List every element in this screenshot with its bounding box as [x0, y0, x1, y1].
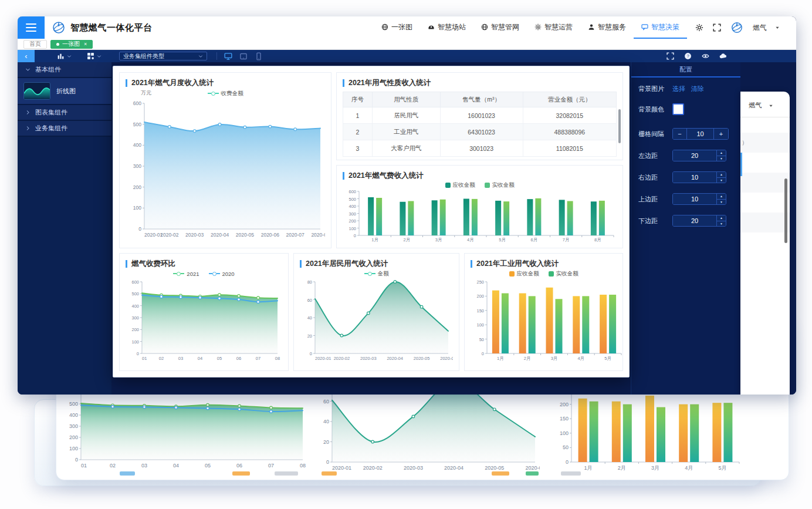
nav-item-智慧服务[interactable]: 智慧服务	[580, 16, 634, 39]
svg-text:2020-05: 2020-05	[236, 232, 254, 238]
nav-item-智慧场站[interactable]: 智慧场站	[420, 16, 473, 39]
table-scrollbar[interactable]	[618, 109, 621, 143]
tab-one-map[interactable]: 一张图 ×	[50, 40, 93, 49]
background-gas-dropdown[interactable]: 燃气	[740, 92, 790, 110]
spinner-up-icon[interactable]: ▲	[717, 194, 726, 200]
legend-ring-marker-icon	[173, 272, 184, 276]
legend-label: 金额	[378, 270, 389, 278]
nav-item-一张图[interactable]: 一张图	[374, 16, 420, 39]
svg-text:3月: 3月	[551, 356, 558, 361]
tab-close-icon[interactable]: ×	[84, 41, 87, 47]
legend-item-应收金额[interactable]: 应收金额	[445, 181, 475, 189]
component-type-select[interactable]: 业务集组件类型	[119, 52, 207, 60]
decrement-button[interactable]: −	[673, 129, 687, 139]
desktop-preview-icon[interactable]	[224, 52, 232, 60]
globe-icon	[381, 23, 388, 31]
table-header-cell: 用气性质	[372, 92, 440, 107]
legend-item-实收金额[interactable]: 实收金额	[549, 270, 578, 278]
number-value[interactable]: 10	[673, 172, 716, 183]
collapse-sidebar-button[interactable]: ‹	[18, 50, 35, 62]
svg-text:600: 600	[131, 279, 139, 285]
svg-text:2020-06: 2020-06	[261, 232, 279, 238]
nav-item-label: 智慧决策	[651, 22, 679, 32]
nav-item-智慧运营[interactable]: 智慧运营	[527, 16, 580, 39]
active-dot-icon	[56, 43, 59, 46]
spinner-down-icon[interactable]: ▼	[717, 200, 726, 205]
hamburger-menu-button[interactable]	[18, 16, 45, 39]
spinner-down-icon[interactable]: ▼	[717, 221, 726, 227]
grid-gap-value[interactable]: 10	[687, 129, 714, 139]
legend-item-实收金额[interactable]: 实收金额	[485, 181, 515, 189]
spinner-arrows: ▲▼	[716, 194, 726, 204]
spinner-up-icon[interactable]: ▲	[717, 172, 726, 178]
gas-dropdown[interactable]: 燃气	[753, 23, 780, 33]
legend-item-金额[interactable]: 金额	[364, 270, 389, 278]
number-input-右边距[interactable]: 10▲▼	[672, 171, 726, 183]
background-color-swatch[interactable]	[672, 103, 684, 115]
svg-text:3月: 3月	[435, 237, 442, 242]
tab-home[interactable]: 首页	[23, 40, 47, 49]
widget-components-dropdown[interactable]	[87, 52, 102, 60]
cutoff-legend-fragment	[526, 471, 539, 476]
sidebar-section-业务集组件[interactable]: 业务集组件	[18, 121, 111, 137]
scrollbar[interactable]	[784, 178, 787, 243]
chart-title: 燃气收费环比	[131, 259, 175, 269]
legend-item-应收金额[interactable]: 应收金额	[509, 270, 539, 278]
nav-item-智慧决策[interactable]: 智慧决策	[634, 16, 687, 39]
increment-button[interactable]: +	[714, 129, 728, 139]
area-chart-monthly-income: 01002003004005006002020-012020-022020-03…	[126, 99, 325, 238]
choose-link[interactable]: 选择	[672, 85, 685, 93]
tablet-preview-icon[interactable]	[239, 52, 248, 60]
legend-marker-part	[181, 273, 184, 274]
number-input-左边距[interactable]: 20▲▼	[672, 150, 726, 161]
chart-title: 2021年燃气月度收入统计	[131, 78, 214, 88]
spinner-up-icon[interactable]: ▲	[717, 150, 726, 156]
svg-text:500: 500	[349, 197, 356, 202]
spinner-down-icon[interactable]: ▼	[717, 178, 726, 183]
svg-text:200: 200	[560, 402, 569, 407]
number-input-下边距[interactable]: 20▲▼	[672, 215, 726, 227]
chart-components-dropdown[interactable]	[57, 52, 72, 60]
sidebar-section-图表集组件[interactable]: 图表集组件	[18, 105, 111, 121]
svg-text:7月: 7月	[563, 237, 570, 242]
chart-title: 2021年用气性质收入统计	[349, 78, 431, 88]
svg-text:300: 300	[349, 211, 356, 217]
nav-item-智慧管网[interactable]: 智慧管网	[473, 16, 527, 39]
number-value[interactable]: 20	[673, 215, 716, 226]
fullscreen-icon[interactable]	[666, 52, 674, 60]
legend-item-收费金额[interactable]: 收费金额	[208, 90, 243, 97]
save-cloud-icon[interactable]	[719, 52, 727, 60]
preview-eye-icon[interactable]	[702, 52, 709, 60]
spinner-arrows: ▲▼	[716, 215, 726, 226]
number-input-上边距[interactable]: 10▲▼	[672, 193, 726, 205]
table-row: 1居民用气1600102332082015	[343, 107, 617, 124]
chevron-down-icon	[769, 103, 773, 108]
phone-preview-icon[interactable]	[255, 52, 263, 60]
field-label: 栅格间隔	[638, 130, 672, 139]
line-chart-thumbnail-icon	[23, 82, 50, 100]
legend-item-2020[interactable]: 2020	[209, 271, 235, 277]
clear-link[interactable]: 清除	[691, 85, 704, 93]
svg-text:2020-05: 2020-05	[485, 465, 504, 471]
device-preview-switch	[224, 52, 263, 60]
number-value[interactable]: 10	[673, 194, 716, 204]
settings-gear-icon[interactable]	[695, 23, 703, 32]
sidebar-section-基本组件[interactable]: 基本组件	[18, 62, 111, 78]
svg-text:400: 400	[349, 204, 356, 209]
svg-text:50: 50	[563, 444, 569, 450]
legend-marker-part	[212, 272, 216, 276]
spinner-down-icon[interactable]: ▼	[717, 156, 726, 161]
margin-spinners: 左边距20▲▼右边距10▲▼上边距10▲▼下边距20▲▼	[638, 150, 733, 227]
spinner-up-icon[interactable]: ▲	[717, 215, 726, 221]
number-value[interactable]: 20	[673, 150, 716, 161]
legend-chip-marker-icon	[509, 271, 515, 277]
title-accent	[126, 79, 127, 87]
table-row: 3大客户用气300102311082015	[343, 140, 617, 157]
fullscreen-icon[interactable]	[713, 23, 721, 32]
legend-item-2021[interactable]: 2021	[173, 271, 199, 277]
svg-text:60: 60	[307, 298, 312, 303]
legend-ring-marker-icon	[209, 272, 220, 276]
help-icon[interactable]: ?	[684, 52, 692, 60]
right-edge-column: 燃气 ）	[740, 62, 796, 395]
sidebar-item-line-chart[interactable]: 折线图	[18, 78, 111, 105]
